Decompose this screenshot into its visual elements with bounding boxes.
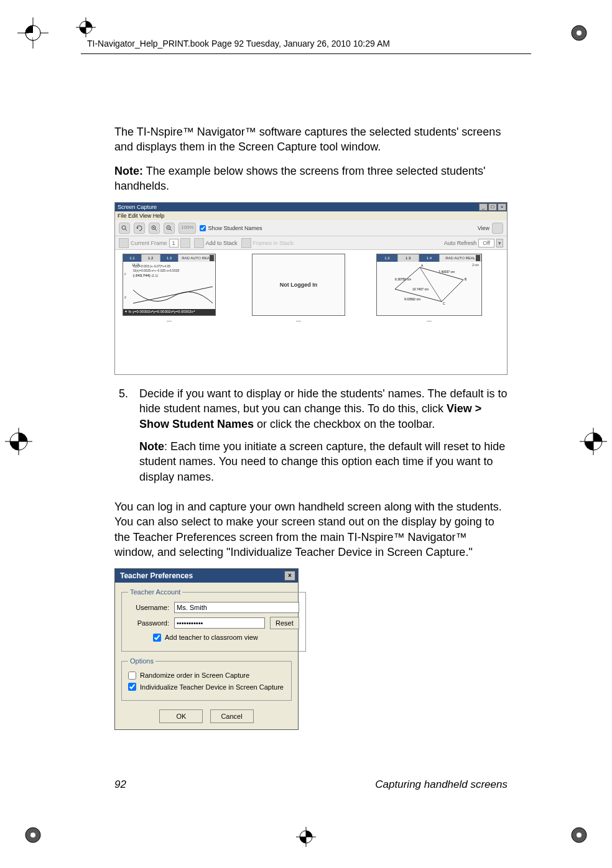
reset-button[interactable]: Reset <box>270 617 299 629</box>
section-title: Capturing handheld screens <box>375 778 508 791</box>
screen-capture-menubar[interactable]: File Edit View Help <box>115 211 507 220</box>
dev3-tab1: 1.2 <box>377 254 398 262</box>
screen-capture-titlebar: Screen Capture _ □ × <box>115 203 507 211</box>
close-icon[interactable]: × <box>498 203 506 211</box>
individualize-checkbox[interactable] <box>128 683 136 691</box>
screen-capture-window: Screen Capture _ □ × File Edit View Help… <box>114 202 508 375</box>
add-teacher-checkbox[interactable] <box>153 634 161 642</box>
frame-number: 1 <box>169 239 178 247</box>
crop-mark-br <box>563 820 595 851</box>
footer-registration-mark <box>295 826 317 851</box>
note-text-1: The example below shows the screens from… <box>114 165 485 192</box>
step5-paragraph: Decide if you want to display or hide th… <box>139 386 508 432</box>
intro-paragraph: The TI-Nspire™ Navigator™ software captu… <box>114 124 508 155</box>
options-legend: Options <box>128 657 155 666</box>
svg-point-7 <box>30 833 35 838</box>
current-frame-label: Current Frame <box>131 239 167 247</box>
teacher-prefs-title: Teacher Preferences <box>120 571 193 581</box>
show-student-names-label: Show Student Names <box>208 224 262 232</box>
options-fieldset: Options Randomize order in Screen Captur… <box>121 657 292 701</box>
dev1-tab2: 1.2 <box>142 254 160 262</box>
dev1-tab1: 1.1 <box>123 254 142 262</box>
running-head: TI-Navigator_Help_PRINT.book Page 92 Tue… <box>87 39 390 48</box>
dev3-scale: 2 cm <box>472 263 479 267</box>
zoom-percent-icon[interactable]: 100% <box>178 223 196 234</box>
header-registration-mark <box>75 16 97 41</box>
close-icon[interactable]: × <box>284 571 295 581</box>
dev3-caption: — <box>376 318 482 325</box>
grid-view-icon[interactable] <box>492 223 503 234</box>
note2-label: Note <box>139 440 164 453</box>
crop-mark-bl <box>17 820 49 851</box>
page-number: 92 <box>114 778 126 791</box>
username-label: Username: <box>128 603 169 612</box>
battery-icon <box>210 255 214 261</box>
dev2-caption: — <box>252 318 345 325</box>
ok-button[interactable]: OK <box>159 709 203 723</box>
step-number-5: 5. <box>114 386 128 492</box>
svg-text:9.03562 cm: 9.03562 cm <box>404 297 420 301</box>
view-selector[interactable]: View <box>478 223 503 234</box>
auto-refresh-label: Auto Refresh <box>444 239 477 247</box>
password-label: Password: <box>128 619 169 628</box>
teacher-account-legend: Teacher Account <box>128 588 182 597</box>
registration-mark-right <box>575 423 612 460</box>
view-label: View <box>478 224 489 232</box>
password-input[interactable] <box>174 617 265 629</box>
refresh-icon[interactable] <box>134 223 145 234</box>
minimize-icon[interactable]: _ <box>479 203 488 211</box>
auto-refresh-value[interactable]: Off <box>478 239 494 247</box>
svg-text:10.7407 cm: 10.7407 cm <box>412 287 429 291</box>
registration-mark-left <box>0 423 37 460</box>
note2-text: : Each time you initiate a screen captur… <box>139 440 505 483</box>
username-input[interactable] <box>174 602 299 613</box>
teacher-preferences-dialog: Teacher Preferences × Teacher Account Us… <box>114 568 299 730</box>
zoom-in-icon[interactable] <box>119 223 130 234</box>
show-student-names-input[interactable] <box>200 225 206 231</box>
dev2-text: Not Logged In <box>280 281 318 289</box>
dev1-eq2: f2(x)=0.0025·x²+−0.025·x+5.5535 <box>133 269 213 273</box>
device-thumb-3[interactable]: 1.2 1.3 1.4 RAD AUTO REAL 2 cm <box>376 254 482 325</box>
header-rule <box>81 53 531 54</box>
device-thumb-2[interactable]: Not Logged In — <box>252 254 345 325</box>
screen-capture-body: 1.1 1.2 1.3 RAD AUTO REAL 13.29 y2 f1(x)… <box>115 250 507 374</box>
individualize-label: Individualize Teacher Device in Screen C… <box>140 683 284 692</box>
svg-text:6.30756 cm: 6.30756 cm <box>395 277 411 281</box>
dev2-body: Not Logged In <box>252 254 345 316</box>
svg-text:7.40037 cm: 7.40037 cm <box>438 270 455 274</box>
teacher-account-fieldset: Teacher Account Username: Password: Rese… <box>121 588 306 652</box>
dev1-tab3: 1.3 <box>160 254 179 262</box>
cancel-button[interactable]: Cancel <box>210 709 254 723</box>
dev3-header: RAD AUTO REAL <box>440 254 481 262</box>
dev3-tab2: 1.3 <box>398 254 419 262</box>
add-to-stack-icon[interactable] <box>194 238 204 248</box>
device-thumb-1[interactable]: 1.1 1.2 1.3 RAD AUTO REAL 13.29 y2 f1(x)… <box>123 254 216 325</box>
svg-text:A: A <box>421 264 424 267</box>
svg-text:C: C <box>443 302 445 305</box>
dev1-eq1: f1(x)=0.003·(x−6.07)⁴+4.05 <box>133 264 213 269</box>
login-capture-paragraph: You can log in and capture your own hand… <box>114 499 508 560</box>
frames-icon[interactable] <box>119 238 129 248</box>
dropdown-icon[interactable]: ▾ <box>496 239 503 247</box>
stack-icon[interactable] <box>241 238 251 248</box>
stack-label: Frames in Stack: <box>253 239 295 247</box>
show-student-names-checkbox[interactable]: Show Student Names <box>200 224 262 232</box>
crop-mark-tr <box>563 17 595 48</box>
note-label: Note: <box>114 165 143 177</box>
dev1-footer: y=0.00302x⁴y=0.00302x⁴y=0.00302x⁴ <box>132 310 195 313</box>
zoom-icon[interactable] <box>149 223 160 234</box>
dev3-tab3: 1.4 <box>419 254 440 262</box>
dev1-caption: — <box>123 318 216 325</box>
screen-capture-title: Screen Capture <box>118 203 157 211</box>
zoom-out-icon[interactable] <box>164 223 175 234</box>
battery-icon <box>476 255 480 261</box>
randomize-checkbox[interactable] <box>128 672 136 680</box>
svg-text:B: B <box>465 277 467 281</box>
frames-list-icon[interactable] <box>180 238 190 248</box>
screen-capture-toolbar-2: Current Frame 1 Add to Stack Frames in S… <box>115 236 507 250</box>
step5-note: Note: Each time you initiate a screen ca… <box>139 439 508 484</box>
randomize-label: Randomize order in Screen Capture <box>140 671 249 680</box>
maximize-icon[interactable]: □ <box>488 203 497 211</box>
add-to-stack-label[interactable]: Add to Stack <box>206 239 238 247</box>
dev1-footer-icon: ✦ fx <box>124 310 132 313</box>
